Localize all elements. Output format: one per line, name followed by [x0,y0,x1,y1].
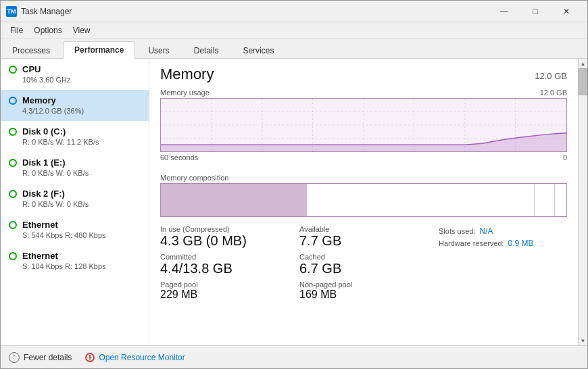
fewer-details-button[interactable]: ⌃ Fewer details [9,352,72,363]
tab-users[interactable]: Users [137,42,180,59]
sidebar-item-disk2[interactable]: Disk 2 (F:) R: 0 KB/s W: 0 KB/s [1,183,149,214]
sidebar-cpu-header: CPU [9,64,141,74]
disk0-label: Disk 0 (C:) [22,126,66,137]
tab-processes[interactable]: Processes [1,42,62,59]
sidebar-disk0-header: Disk 0 (C:) [9,126,141,137]
stat-cached: Cached 6.7 GB [299,253,428,276]
minimize-button[interactable]: ― [489,1,520,22]
maximize-button[interactable]: □ [520,1,551,22]
committed-value: 4.4/13.8 GB [160,261,289,276]
open-resource-monitor-button[interactable]: Open Resource Monitor [85,353,185,362]
sidebar-disk1-header: Disk 1 (E:) [9,157,141,168]
memory-total: 12.0 GB [535,71,567,81]
disk0-detail: R: 0 KB/s W: 11.2 KB/s [22,138,141,146]
comp-hardware [534,184,554,216]
resource-monitor-label: Open Resource Monitor [99,353,185,362]
sidebar-item-cpu[interactable]: CPU 10% 3.60 GHz [1,59,149,90]
chart-time-row: 60 seconds 0 [160,153,567,162]
comp-in-use [161,184,307,216]
sidebar-item-ethernet1[interactable]: Ethernet S: 544 Kbps R: 480 Kbps [1,214,149,245]
disk2-label: Disk 2 (F:) [22,189,65,199]
disk2-detail: R: 0 KB/s W: 0 KB/s [22,200,141,208]
main-header: Memory 12.0 GB [160,66,567,83]
nonpaged-label: Non-paged pool [299,280,428,289]
app-icon: TM [6,6,17,17]
disk1-detail: R: 0 KB/s W: 0 KB/s [22,169,141,177]
memory-main-title: Memory [160,66,214,83]
stat-committed: Committed 4.4/13.8 GB [160,253,289,276]
menu-file[interactable]: File [5,24,28,36]
sidebar: CPU 10% 3.60 GHz Memory 4.3/12.0 GB (36%… [1,59,149,345]
chart-time-right: 0 [563,153,567,162]
sidebar-eth1-header: Ethernet [9,220,141,230]
tabs-bar: Processes Performance Users Details Serv… [1,39,587,59]
composition-label: Memory composition [160,174,567,182]
eth1-label: Ethernet [22,220,58,230]
memory-label: Memory [22,95,56,105]
fewer-details-label: Fewer details [24,353,72,362]
memory-usage-chart [160,98,567,152]
stat-available: Available 7.7 GB [299,225,428,249]
sidebar-memory-header: Memory [9,95,141,105]
cpu-status-dot [9,66,17,74]
cached-label: Cached [299,253,428,261]
close-button[interactable]: ✕ [551,1,582,22]
sidebar-item-disk0[interactable]: Disk 0 (C:) R: 0 KB/s W: 11.2 KB/s [1,121,149,152]
cpu-detail: 10% 3.60 GHz [22,76,141,84]
scroll-track[interactable] [579,68,587,336]
title-bar: TM Task Manager ― □ ✕ [1,1,587,22]
slots-value: N/A [479,226,493,236]
memory-detail: 4.3/12.0 GB (36%) [22,107,141,115]
sidebar-item-disk1[interactable]: Disk 1 (E:) R: 0 KB/s W: 0 KB/s [1,152,149,183]
committed-label: Committed [160,253,289,261]
available-value: 7.7 GB [299,233,428,249]
usage-chart-svg [161,99,566,151]
eth2-detail: S: 104 Kbps R: 128 Kbps [22,262,141,270]
slots-label: Slots used: [439,227,475,235]
task-manager-window: TM Task Manager ― □ ✕ File Options View … [0,0,588,369]
memory-usage-chart-section: Memory usage 12.0 GB [160,89,567,167]
window-controls: ― □ ✕ [489,1,582,22]
scroll-thumb[interactable] [579,68,587,95]
sidebar-eth2-header: Ethernet [9,251,141,261]
tab-performance[interactable]: Performance [63,41,135,59]
sidebar-disk2-header: Disk 2 (F:) [9,189,141,199]
hardware-value: 0.9 MB [508,239,534,248]
disk1-status-dot [9,159,17,167]
tab-details[interactable]: Details [182,42,230,59]
disk1-label: Disk 1 (E:) [22,157,66,168]
scrollbar[interactable]: ▲ ▼ [578,59,587,345]
paged-value: 229 MB [160,289,289,301]
eth1-detail: S: 544 Kbps R: 480 Kbps [22,231,141,239]
chart-label-row: Memory usage 12.0 GB [160,89,567,97]
eth2-status-dot [9,252,17,260]
chart-max-label: 12.0 GB [540,89,567,97]
stat-paged: Paged pool 229 MB [160,280,289,301]
disk2-status-dot [9,190,17,198]
stats-grid: In use (Compressed) 4.3 GB (0 MB) Availa… [160,225,567,301]
window-title: Task Manager [21,7,489,16]
main-panel: Memory 12.0 GB Memory usage 12.0 GB [149,59,578,345]
comp-available [307,184,534,216]
chevron-up-icon: ⌃ [9,352,20,363]
scroll-down-arrow[interactable]: ▼ [579,336,588,345]
stat-nonpaged: Non-paged pool 169 MB [299,280,428,301]
scroll-up-arrow[interactable]: ▲ [579,59,588,68]
chart-label: Memory usage [160,89,210,97]
disk0-status-dot [9,128,17,136]
stat-in-use: In use (Compressed) 4.3 GB (0 MB) [160,225,289,249]
menu-view[interactable]: View [68,24,96,36]
menu-bar: File Options View [1,22,587,39]
tab-services[interactable]: Services [231,42,285,59]
stat-hardware: Slots used: N/A Hardware reserved: 0.9 M… [439,225,567,249]
stat-placeholder [439,253,567,276]
nonpaged-value: 169 MB [299,289,428,301]
footer: ⌃ Fewer details Open Resource Monitor [1,345,587,368]
sidebar-item-memory[interactable]: Memory 4.3/12.0 GB (36%) [1,90,149,121]
menu-options[interactable]: Options [28,24,67,36]
sidebar-item-ethernet2[interactable]: Ethernet S: 104 Kbps R: 128 Kbps [1,245,149,276]
available-label: Available [299,225,428,233]
in-use-value: 4.3 GB (0 MB) [160,233,289,249]
memory-status-dot [9,97,17,105]
composition-bar [160,183,567,217]
